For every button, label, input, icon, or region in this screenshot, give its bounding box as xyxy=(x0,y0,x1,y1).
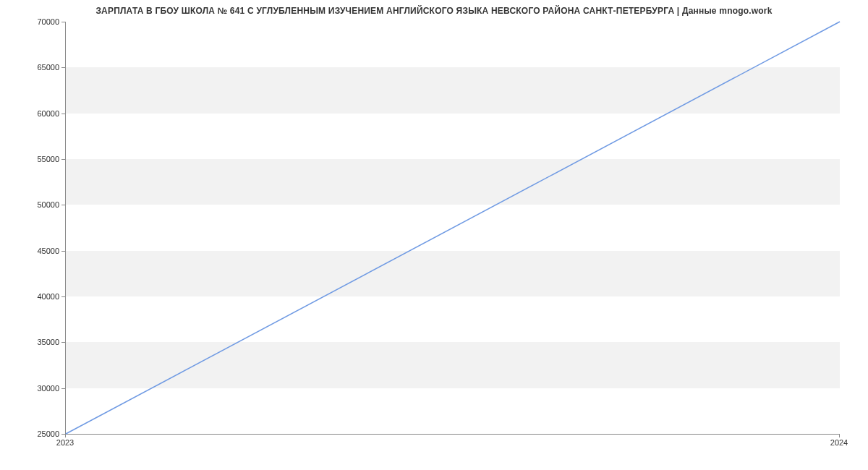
y-tick-label: 70000 xyxy=(1,17,59,26)
y-tick-mark xyxy=(61,159,65,160)
y-tick-mark xyxy=(61,388,65,389)
line-series xyxy=(66,22,840,434)
y-tick-label: 30000 xyxy=(1,384,59,393)
y-tick-mark xyxy=(61,67,65,68)
chart-container: ЗАРПЛАТА В ГБОУ ШКОЛА № 641 С УГЛУБЛЕННЫ… xyxy=(0,0,868,470)
x-tick-label: 2023 xyxy=(56,438,74,447)
y-tick-label: 25000 xyxy=(1,430,59,438)
plot-area xyxy=(65,22,840,435)
chart-title: ЗАРПЛАТА В ГБОУ ШКОЛА № 641 С УГЛУБЛЕННЫ… xyxy=(0,6,868,16)
y-tick-mark xyxy=(61,114,65,114)
y-tick-label: 50000 xyxy=(1,200,59,209)
y-tick-mark xyxy=(61,296,65,297)
x-tick-mark xyxy=(65,434,66,437)
y-tick-label: 65000 xyxy=(1,63,59,72)
data-line xyxy=(66,22,840,434)
y-tick-label: 40000 xyxy=(1,292,59,301)
y-tick-label: 45000 xyxy=(1,247,59,255)
y-tick-mark xyxy=(61,205,65,205)
x-tick-mark xyxy=(839,434,840,437)
y-tick-mark xyxy=(61,251,65,252)
y-tick-label: 55000 xyxy=(1,155,59,163)
y-tick-mark xyxy=(61,342,65,343)
y-tick-mark xyxy=(61,22,65,22)
y-tick-label: 35000 xyxy=(1,338,59,346)
x-tick-label: 2024 xyxy=(830,438,848,447)
y-tick-label: 60000 xyxy=(1,109,59,118)
